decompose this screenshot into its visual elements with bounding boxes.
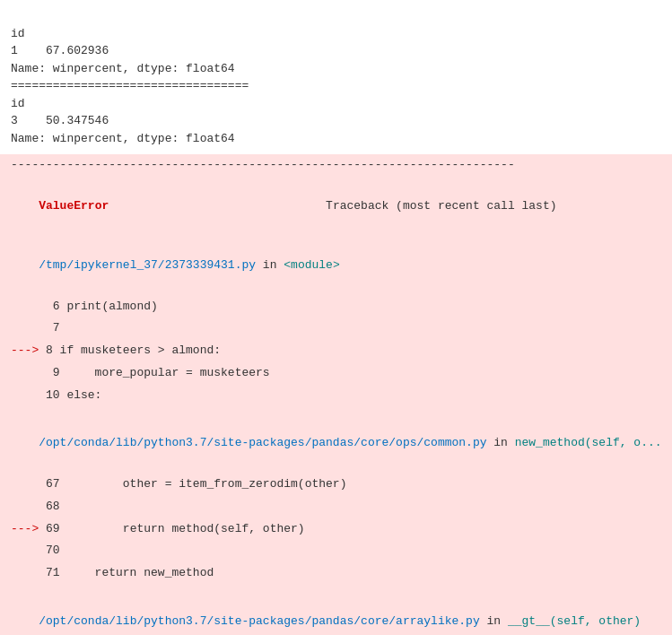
traceback-label-spacer [109, 199, 326, 213]
output-line-2: 1 67.602936 [11, 44, 109, 57]
file2-code-68: 68 [0, 496, 672, 518]
file1-in: in [256, 258, 284, 272]
file1-code-7: 7 [0, 318, 672, 340]
traceback-header-line: ValueError Traceback (most recent call l… [0, 177, 672, 236]
file2-code-71: 71 return new_method [0, 562, 672, 585]
file3-in: in [480, 614, 508, 628]
file1-code-6: 6 print(almond) [0, 296, 672, 318]
spacer2 [0, 585, 672, 592]
file2-func: new_method(self, o... [515, 436, 662, 449]
spacer1 [0, 407, 672, 414]
file1-code-10: 10 else: [0, 385, 672, 407]
file3-path: /opt/conda/lib/python3.7/site-packages/p… [39, 614, 479, 628]
output-block: id 1 67.602936 Name: winpercent, dtype: … [0, 0, 672, 154]
file2-code-67: 67 other = item_from_zerodim(other) [0, 474, 672, 496]
output-line-3: Name: winpercent, dtype: float64 [11, 62, 235, 75]
file2-header: /opt/conda/lib/python3.7/site-packages/p… [0, 414, 672, 474]
arrow2: ---> [11, 522, 39, 535]
traceback-label: Traceback (most recent call last) [326, 199, 556, 213]
file2-code-70: 70 [0, 540, 672, 562]
file1-path: /tmp/ipykernel_37/2373339431.py [39, 258, 256, 272]
file2-path: /opt/conda/lib/python3.7/site-packages/p… [39, 436, 486, 449]
file2-in: in [487, 436, 515, 449]
file3-header: /opt/conda/lib/python3.7/site-packages/p… [0, 592, 672, 635]
file1-code-8: ---> 8 if musketeers > almond: [0, 340, 672, 362]
error-type-label: ValueError [39, 199, 109, 213]
output-line-1: id [11, 27, 25, 40]
file3-func: __gt__(self, other) [508, 614, 641, 628]
output-line-6: 3 50.347546 [11, 114, 109, 127]
file1-module: <module> [284, 258, 339, 272]
output-line-5: id [11, 97, 25, 110]
file1-code-9: 9 more_popular = musketeers [0, 362, 672, 385]
file1-header: /tmp/ipykernel_37/2373339431.py in <modu… [0, 236, 672, 295]
traceback-divider: ----------------------------------------… [0, 154, 672, 177]
output-line-7: Name: winpercent, dtype: float64 [11, 132, 235, 145]
arrow1: ---> [11, 344, 39, 357]
output-line-4: ================================== [11, 79, 249, 92]
file2-code-69: ---> 69 return method(self, other) [0, 518, 672, 541]
